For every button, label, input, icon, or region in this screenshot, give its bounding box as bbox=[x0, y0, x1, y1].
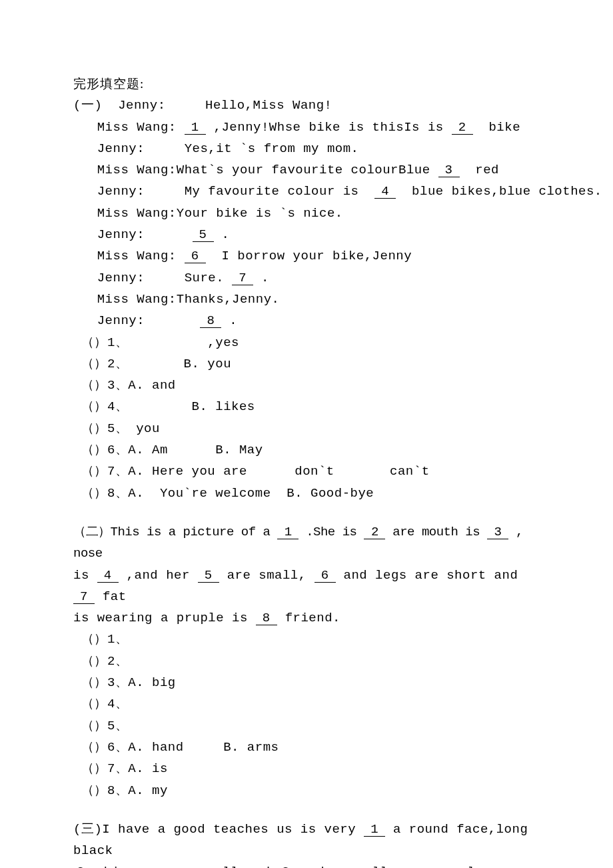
question-row[interactable]: （）5、 bbox=[73, 715, 546, 737]
text: red bbox=[460, 163, 500, 177]
question-row[interactable]: （）2、 bbox=[73, 651, 546, 672]
question-row[interactable]: （）4、 bbox=[73, 693, 546, 715]
text: . bbox=[253, 271, 269, 285]
dialog-line: Miss Wang: 6 I borrow your bike,Jenny bbox=[73, 245, 546, 267]
dialog-line: Miss Wang:Your bike is `s nice. bbox=[73, 203, 546, 224]
question-row[interactable]: （）3、A. and bbox=[73, 375, 546, 396]
blank-2[interactable]: 2 bbox=[452, 121, 473, 135]
q-text: （）5、 you bbox=[81, 421, 160, 436]
text: bike bbox=[473, 120, 520, 135]
text: ,and her bbox=[119, 568, 198, 583]
text: fat bbox=[95, 589, 127, 604]
passage-line: （二）This is a picture of a 1 .She is 2 ar… bbox=[73, 521, 546, 565]
q-text: （）1、 ,yes bbox=[81, 335, 239, 350]
blank-3[interactable]: 3 bbox=[487, 526, 508, 539]
blank-4[interactable]: 4 bbox=[97, 569, 119, 583]
dialog-line: Jenny: 5 . bbox=[73, 224, 546, 245]
text: Sure. bbox=[185, 271, 232, 285]
question-row[interactable]: （）8、A. my bbox=[73, 780, 546, 801]
speaker: Miss Wang: bbox=[97, 249, 177, 263]
blank-8[interactable]: 8 bbox=[256, 612, 277, 625]
dialog-line: Miss Wang: 1 ,Jenny!Whse bike is thisIs … bbox=[73, 117, 546, 138]
q-text: （）7、A. Here you are don`t can`t bbox=[81, 464, 430, 479]
blank-3[interactable]: 3 bbox=[438, 164, 460, 177]
text: . bbox=[221, 313, 237, 328]
blank-1[interactable]: 1 bbox=[364, 823, 385, 837]
blank-6[interactable]: 6 bbox=[185, 250, 206, 263]
q-text: （）7、A. is bbox=[81, 761, 168, 776]
blank-7[interactable]: 7 bbox=[232, 272, 253, 285]
q-text: （）2、 bbox=[81, 654, 128, 669]
text: This is a picture of a bbox=[111, 525, 278, 539]
question-row[interactable]: （）4、 B. likes bbox=[73, 396, 546, 417]
speaker: Miss Wang: bbox=[97, 206, 177, 221]
text: is bbox=[73, 568, 97, 583]
text bbox=[177, 120, 185, 135]
text: . bbox=[214, 227, 230, 242]
q-text: （）8、A. You`re welcome B. Good-bye bbox=[81, 486, 374, 501]
blank-1[interactable]: 1 bbox=[185, 121, 206, 135]
speaker: Jenny: bbox=[97, 184, 145, 199]
blank-6[interactable]: 6 bbox=[314, 569, 336, 583]
blank-7[interactable]: 7 bbox=[73, 591, 95, 604]
passage-line: is 4 ,and her 5 are small, 6 and legs ar… bbox=[73, 565, 546, 608]
text: Hello,Miss Wang! bbox=[205, 98, 332, 113]
text: and legs are short and bbox=[336, 568, 518, 583]
q-text: （）5、 bbox=[81, 719, 128, 733]
text: My favourite colour is bbox=[185, 184, 375, 199]
question-row[interactable]: （）2、 B. you bbox=[73, 353, 546, 375]
document-page: 完形填空题: (一) Jenny: Hello,Miss Wang! Miss … bbox=[0, 0, 613, 868]
question-row[interactable]: （）1、 bbox=[73, 629, 546, 650]
text: ,big eyes ,a small red bbox=[88, 865, 279, 868]
speaker: Miss Wang: bbox=[97, 292, 177, 307]
blank-8[interactable]: 8 bbox=[200, 315, 221, 328]
q-text: （）6、A. hand B. arms bbox=[81, 740, 279, 755]
exercise-3: (三)I have a good teaches us is very 1 a … bbox=[73, 819, 546, 868]
text: Thanks,Jenny. bbox=[177, 292, 280, 307]
dialog-line: Jenny: My favourite colour is 4 blue bik… bbox=[73, 181, 546, 202]
speaker: Miss Wang: bbox=[97, 120, 177, 135]
text: are small, bbox=[219, 568, 314, 583]
text: blue bikes,blue clothes. bbox=[396, 184, 602, 199]
q-text: （）6、A. Am B. May bbox=[81, 443, 263, 457]
dialog-line: Miss Wang:Thanks,Jenny. bbox=[73, 289, 546, 310]
speaker: Jenny: bbox=[97, 227, 145, 242]
blank-5[interactable]: 5 bbox=[193, 229, 214, 242]
blank-1[interactable]: 1 bbox=[277, 526, 299, 539]
dialog-line: Jenny: Yes,it `s from my mom. bbox=[73, 138, 546, 159]
speaker: Miss Wang: bbox=[97, 163, 177, 177]
dialog-line: Miss Wang:What`s your favourite colourBl… bbox=[73, 159, 546, 181]
exercise-2: （二）This is a picture of a 1 .She is 2 ar… bbox=[73, 521, 546, 801]
dialog-line: Jenny: 8 . bbox=[73, 310, 546, 331]
blank-2[interactable]: 2 bbox=[364, 526, 385, 539]
question-row[interactable]: （）7、A. Here you are don`t can`t bbox=[73, 461, 546, 482]
question-row[interactable]: （）7、A. is bbox=[73, 758, 546, 779]
q-text: （）1、 bbox=[81, 632, 128, 647]
blank-5[interactable]: 5 bbox=[198, 569, 219, 583]
spacer bbox=[73, 504, 546, 521]
ex3-label: (三) bbox=[73, 822, 102, 837]
spacer bbox=[73, 801, 546, 819]
text: Your bike is `s nice. bbox=[177, 206, 343, 221]
question-row[interactable]: （）8、A. You`re welcome B. Good-bye bbox=[73, 483, 546, 504]
question-row[interactable]: （）6、A. Am B. May bbox=[73, 439, 546, 461]
question-row[interactable]: （）6、A. hand B. arms bbox=[73, 737, 546, 758]
text: friend. bbox=[277, 611, 340, 625]
q-text: （）4、 bbox=[81, 697, 128, 711]
text: ,Jenny!Whse bike is thisIs is bbox=[206, 120, 452, 135]
text: Yes,it `s from my mom. bbox=[185, 141, 359, 156]
speaker: Jenny: bbox=[97, 313, 145, 328]
text: I have a good teaches us is very bbox=[102, 822, 364, 837]
q-text: （）3、A. and bbox=[81, 378, 176, 393]
speaker: Jenny: bbox=[118, 98, 165, 113]
exercise-1: (一) Jenny: Hello,Miss Wang! Miss Wang: 1… bbox=[73, 95, 546, 504]
dialog-line: (一) Jenny: Hello,Miss Wang! bbox=[73, 95, 546, 116]
q-text: （）8、A. my bbox=[81, 783, 168, 798]
question-row[interactable]: （）5、 you bbox=[73, 418, 546, 439]
dialog-line: Jenny: Sure. 7 . bbox=[73, 267, 546, 289]
blank-4[interactable]: 4 bbox=[374, 185, 396, 199]
text: is wearing a pruple is bbox=[73, 611, 256, 625]
question-row[interactable]: （）3、A. big bbox=[73, 672, 546, 693]
passage-line: is wearing a pruple is 8 friend. bbox=[73, 607, 546, 629]
question-row[interactable]: （）1、 ,yes bbox=[73, 332, 546, 353]
